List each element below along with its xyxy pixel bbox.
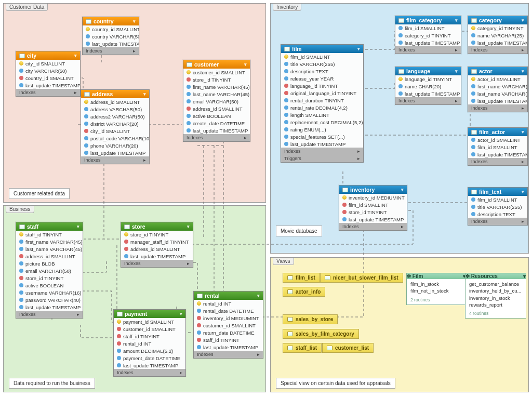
column-text: last_update TIMESTAMP — [405, 91, 460, 97]
entity-film-category-indexes[interactable]: Indexes▸ — [395, 46, 461, 54]
entity-actor-header[interactable]: actor▾ — [468, 67, 527, 75]
view-chip-nicer-but-slower-film-list[interactable]: nicer_but_slower_film_list — [320, 273, 403, 283]
column-country: country VARCHAR(50) — [83, 33, 139, 40]
entity-customer-indexes[interactable]: Indexes▸ — [183, 134, 250, 141]
column-staff: address_id SMALLINT — [16, 253, 83, 260]
table-icon — [471, 69, 477, 74]
table-icon — [287, 346, 293, 350]
entity-film-text[interactable]: film_text▾ film_id SMALLINTtitle VARCHAR… — [468, 187, 528, 226]
entity-city-columns: city_id SMALLINTcity VARCHAR(50)country_… — [16, 60, 80, 89]
entity-country-indexes[interactable]: Indexes▸ — [83, 47, 139, 55]
region-inventory-label: Inventory — [273, 4, 301, 11]
view-chip-customer-list[interactable]: customer_list — [322, 343, 374, 353]
view-chip-staff-list[interactable]: staff_list — [283, 343, 322, 353]
entity-film-actor-indexes[interactable]: Indexes▸ — [468, 158, 527, 165]
column-store: address_id SMALLINT — [121, 245, 193, 253]
entity-address[interactable]: address▾ address_id SMALLINTaddress VARC… — [81, 89, 150, 164]
entity-category-header[interactable]: category▾ — [468, 16, 527, 24]
entity-film-triggers[interactable]: Triggers▸ — [281, 155, 363, 162]
column-text: address_id SMALLINT — [90, 99, 140, 105]
column-city: last_update TIMESTAMP — [16, 82, 80, 89]
view-chip-sales-by-store[interactable]: sales_by_store — [283, 314, 338, 324]
column-text: rental_rate DECIMAL(4,2) — [290, 105, 348, 111]
entity-store-indexes[interactable]: Indexes▸ — [121, 260, 193, 267]
routine-group-film-header[interactable]: ✻ Film▾ — [407, 273, 466, 279]
entity-film-text-indexes[interactable]: Indexes▸ — [468, 218, 527, 225]
view-chip-film-list[interactable]: film_list — [283, 273, 320, 283]
column-staff: staff_id TINYINT — [16, 231, 83, 238]
region-business-note: Data required to run the business — [9, 378, 95, 389]
entity-staff[interactable]: staff▾ staff_id TINYINTfirst_name VARCHA… — [16, 222, 83, 319]
table-icon — [284, 47, 290, 51]
column-text: last_update TIMESTAMP — [25, 305, 81, 310]
diamond-icon — [197, 309, 201, 313]
column-text: last_update TIMESTAMP — [477, 98, 528, 104]
diamond-icon — [19, 254, 23, 258]
entity-rental[interactable]: rental▾ rental_id INTrental_date DATETIM… — [193, 291, 263, 359]
column-text: customer_id SMALLINT — [203, 323, 256, 328]
entity-rental-indexes[interactable]: Indexes▸ — [194, 351, 263, 358]
entity-country-header[interactable]: country▾ — [83, 17, 139, 25]
entity-customer-header[interactable]: customer▾ — [183, 60, 250, 69]
entity-inventory-indexes[interactable]: Indexes▸ — [339, 223, 407, 230]
entity-address-header[interactable]: address▾ — [81, 90, 149, 98]
entity-actor-indexes[interactable]: Indexes▸ — [468, 104, 527, 112]
entity-staff-header[interactable]: staff▾ — [16, 222, 83, 231]
region-customer-note: Customer related data — [9, 188, 70, 199]
routine-group-resources-header[interactable]: ✻ Resources▾ — [466, 273, 526, 279]
entity-film-category-header[interactable]: film_category▾ — [395, 16, 461, 24]
entity-inventory[interactable]: inventory▾ inventory_id MEDIUMINTfilm_id… — [339, 185, 407, 231]
entity-city-indexes[interactable]: Indexes▸ — [16, 89, 80, 96]
entity-language-header[interactable]: language▾ — [395, 67, 461, 75]
entity-address-indexes[interactable]: Indexes▸ — [81, 156, 149, 164]
entity-customer[interactable]: customer▾ customer_id SMALLINTstore_id T… — [183, 60, 250, 142]
routine-group-film[interactable]: ✻ Film▾ film_in_stockfilm_not_in_stock 2… — [406, 273, 466, 305]
entity-payment-indexes[interactable]: Indexes▸ — [114, 369, 185, 376]
diamond-icon — [187, 121, 191, 125]
entity-film-indexes[interactable]: Indexes▸ — [281, 148, 363, 155]
entity-rental-header[interactable]: rental▾ — [194, 292, 263, 300]
region-business-label: Business — [6, 206, 34, 213]
column-text: country_id SMALLINT — [25, 75, 74, 81]
column-rental: inventory_id MEDIUMINT — [194, 314, 263, 322]
entity-film-actor-header[interactable]: film_actor▾ — [468, 128, 527, 136]
routine-group-resources-body: get_customer_balanceinventory_held_by_cu… — [466, 279, 526, 310]
column-text: password VARCHAR(40) — [25, 297, 81, 303]
entity-film-category[interactable]: film_category▾ film_id SMALLINTcategory_… — [395, 16, 461, 54]
view-chip-actor-info[interactable]: actor_info — [283, 287, 325, 297]
entity-category-indexes[interactable]: Indexes▸ — [468, 46, 527, 54]
diamond-icon — [124, 254, 128, 258]
entity-category[interactable]: category▾ category_id TINYINTname VARCHA… — [468, 16, 528, 54]
entity-film-header[interactable]: film▾ — [281, 45, 363, 53]
entity-store-header[interactable]: store▾ — [121, 222, 193, 231]
entity-inventory-header[interactable]: inventory▾ — [339, 186, 407, 194]
diamond-icon — [19, 305, 23, 309]
entity-film[interactable]: film▾ film_id SMALLINTtitle VARCHAR(255)… — [281, 44, 364, 163]
entity-film-text-header[interactable]: film_text▾ — [468, 188, 527, 196]
column-text: country_id SMALLINT — [92, 27, 139, 32]
entity-city[interactable]: city▾ city_id SMALLINTcity VARCHAR(50)co… — [16, 51, 81, 97]
chevron-right-icon: ▸ — [143, 157, 146, 163]
entity-payment[interactable]: payment▾ payment_id SMALLINTcustomer_id … — [113, 309, 186, 377]
column-city: city_id SMALLINT — [16, 60, 80, 67]
table-icon — [287, 289, 293, 294]
column-text: last_update TIMESTAMP — [25, 83, 81, 88]
chevron-down-icon: ▾ — [143, 91, 146, 97]
diamond-icon — [117, 363, 121, 367]
column-payment: staff_id TINYINT — [114, 333, 185, 340]
entity-payment-header[interactable]: payment▾ — [114, 310, 185, 318]
entity-staff-indexes[interactable]: Indexes▸ — [16, 311, 83, 318]
routine-group-resources[interactable]: ✻ Resources▾ get_customer_balanceinvento… — [465, 273, 526, 319]
column-country: last_update TIMESTAMP — [83, 40, 139, 47]
gear-icon: ✻ — [466, 273, 470, 279]
view-chip-sales-by-film-category[interactable]: sales_by_film_category — [283, 329, 359, 339]
column-address: phone VARCHAR(20) — [81, 142, 149, 149]
entity-store[interactable]: store▾ store_id TINYINTmanager_staff_id … — [121, 222, 193, 268]
entity-country[interactable]: country▾ country_id SMALLINTcountry VARC… — [82, 17, 139, 55]
entity-language[interactable]: language▾ language_id TINYINTname CHAR(2… — [395, 67, 461, 105]
entity-film-actor[interactable]: film_actor▾ actor_id SMALLINTfilm_id SMA… — [468, 127, 528, 166]
entity-language-indexes[interactable]: Indexes▸ — [395, 97, 461, 104]
entity-city-header[interactable]: city▾ — [16, 51, 80, 60]
diamond-icon — [19, 269, 23, 273]
entity-actor[interactable]: actor▾ actor_id SMALLINTfirst_name VARCH… — [468, 67, 528, 112]
